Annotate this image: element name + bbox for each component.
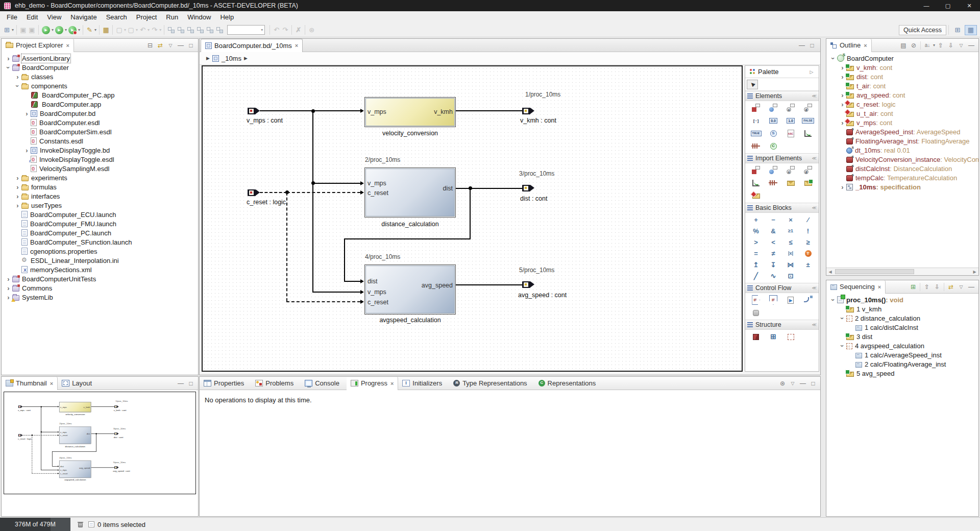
palette-section-import-elements[interactable]: Import Elements ≪	[745, 153, 819, 163]
thumbnail-canvas[interactable]: v_mps : cont c_reset : logic 1/proc_10ms…	[4, 392, 196, 494]
back-icon[interactable]: ↶	[138, 26, 147, 35]
open-perspective-icon[interactable]: ⊞	[951, 25, 964, 35]
new-dropdown-icon[interactable]: ▾	[12, 28, 14, 32]
palette-tool-icon[interactable]: =	[751, 249, 761, 258]
palette-tool-icon[interactable]: #	[803, 166, 813, 175]
palette-tool-icon[interactable]: ●	[768, 166, 778, 175]
palette-section-basic-blocks[interactable]: Basic Blocks ≪	[745, 203, 819, 213]
sequencing-row[interactable]: 1 v_kmh	[826, 304, 978, 313]
minimize-icon[interactable]: —	[967, 282, 976, 292]
collapse-section-icon[interactable]: ≪	[812, 93, 817, 99]
maximize-window-button[interactable]: ▢	[937, 0, 959, 11]
sequencing-row[interactable]: 2 calc/FloatingAverage_inst	[826, 359, 978, 369]
close-icon[interactable]: ×	[66, 42, 69, 49]
bottom-tab[interactable]: Progress ×	[347, 377, 398, 390]
collapse-section-icon[interactable]: ≪	[812, 205, 817, 210]
palette-tool-icon[interactable]: S	[768, 129, 778, 138]
minimize-icon[interactable]: —	[176, 378, 185, 389]
tree-row[interactable]: BoardComputer_PC.app	[2, 90, 198, 100]
tree-row[interactable]: cgenoptions.properties	[2, 247, 198, 256]
expander-icon[interactable]	[839, 315, 846, 322]
palette-tool-icon[interactable]: #	[803, 104, 813, 112]
collapse-all-icon[interactable]: ⊟	[145, 40, 155, 51]
view-menu-icon[interactable]: ▽	[788, 378, 797, 389]
align-left-icon[interactable]	[177, 26, 185, 34]
expander-icon[interactable]	[829, 55, 837, 62]
back-dropdown-icon[interactable]: ▾	[148, 28, 150, 32]
sort-alpha-icon[interactable]: a↓	[923, 40, 932, 51]
palette-tool-icon[interactable]: ≥	[803, 238, 813, 247]
outline-row[interactable]: dt_10ms : real 0.01	[826, 146, 978, 155]
tree-row[interactable]: interfaces	[2, 191, 198, 201]
menu-item[interactable]: Search	[102, 11, 132, 23]
tree-row[interactable]: classes	[2, 72, 198, 81]
move-down-icon[interactable]: ⇩	[933, 282, 942, 292]
block-port[interactable]: v_mps	[368, 180, 386, 187]
outline-row[interactable]: c_reset : logic	[826, 100, 978, 109]
profile-dropdown-icon[interactable]: ▾	[78, 28, 80, 32]
breadcrumb-next-icon[interactable]: ▶	[244, 56, 248, 61]
cancel-operation-icon[interactable]: ⊛	[778, 378, 787, 389]
tab-outline[interactable]: Outline ×	[826, 39, 872, 52]
menu-item[interactable]: Help	[215, 11, 238, 23]
collapse-section-icon[interactable]: ≪	[812, 285, 817, 291]
thumbnail-tab[interactable]: Thumbnail ×	[2, 377, 58, 390]
palette-tool-icon[interactable]: ABC	[786, 129, 796, 138]
outline-row[interactable]: t_air : cont	[826, 81, 978, 90]
sequencing-row[interactable]: 1 calc/distCalcInst	[826, 323, 978, 332]
tree-row[interactable]: Constants.esdl	[2, 136, 198, 146]
bottom-tab[interactable]: Type Representations	[449, 377, 534, 390]
tree-row[interactable]: memorySections.xml	[2, 265, 198, 274]
scroll-right-icon[interactable]: ▶	[971, 268, 978, 275]
skip-dropdown-icon[interactable]: ▾	[124, 28, 126, 32]
palette-tool-icon[interactable]: ≥1	[786, 227, 796, 235]
delete-icon[interactable]: ✗	[294, 26, 303, 35]
tree-row[interactable]: InvokeDisplayToggle.esdl	[2, 155, 198, 164]
expander-icon[interactable]	[5, 275, 12, 283]
block-port[interactable]: dist	[60, 465, 64, 468]
menu-item[interactable]: File	[2, 11, 22, 23]
output-port-avg-speed[interactable]	[522, 281, 534, 288]
tree-row[interactable]: BoardComputer_ECU.launch	[2, 210, 198, 219]
menu-item[interactable]: Run	[161, 11, 183, 23]
palette-tool-icon[interactable]: ∕	[803, 215, 813, 224]
palette-tool-icon[interactable]: ×	[786, 215, 796, 224]
input-port-v-mps[interactable]	[248, 108, 260, 114]
minimize-window-button[interactable]: —	[916, 0, 937, 11]
menu-item[interactable]: Project	[132, 11, 161, 23]
tree-row[interactable]: BoardComputer_PC.launch	[2, 228, 198, 237]
palette-tool-icon[interactable]: [··]	[751, 116, 761, 125]
palette-tool-icon[interactable]	[803, 296, 813, 304]
palette-tool-icon[interactable]	[751, 332, 761, 341]
zoom-combo[interactable]: ▾	[227, 25, 265, 35]
tab-sequencing[interactable]: Sequencing ×	[826, 280, 886, 294]
sequencing-row[interactable]: 4 avgspeed_calculation	[826, 341, 978, 350]
palette-tool-icon[interactable]	[751, 142, 761, 151]
palette-tool-icon[interactable]: ⋈	[786, 260, 796, 269]
editor-tab[interactable]: BoardComputer.bd/_10ms ×	[201, 39, 303, 52]
palette-tool-icon[interactable]	[803, 179, 813, 187]
tree-row[interactable]: formulas	[2, 182, 198, 191]
block-port[interactable]: v_mps	[60, 406, 67, 408]
quick-access-button[interactable]: Quick Access	[899, 25, 946, 35]
palette-tool-icon[interactable]: =	[786, 104, 796, 112]
run-dropdown-icon[interactable]: ▾	[65, 28, 67, 32]
distribute-icon[interactable]	[196, 26, 205, 34]
palette-tool-icon[interactable]: ▶	[786, 296, 796, 304]
palette-tool-icon[interactable]: IF	[751, 296, 761, 304]
expander-icon[interactable]	[839, 342, 846, 350]
palette-tool-icon[interactable]: TRUE	[751, 129, 761, 138]
outline-row[interactable]: VelocityConversion_instance : VelocityCo…	[826, 155, 978, 164]
link-disabled-icon[interactable]: ⊘	[909, 40, 918, 51]
profile-icon[interactable]: ▶	[68, 26, 77, 34]
palette-tool-icon[interactable]: &	[768, 227, 778, 235]
sequence-icon[interactable]: ⊛	[307, 26, 316, 35]
close-icon[interactable]: ×	[878, 284, 881, 290]
view-menu-icon[interactable]: ▽	[957, 282, 966, 292]
palette-tool-icon[interactable]: −	[768, 215, 778, 224]
outline-row[interactable]: dist : cont	[826, 72, 978, 81]
palette-tool-icon[interactable]: ■	[751, 104, 761, 112]
menu-item[interactable]: Navigate	[66, 11, 101, 23]
close-icon[interactable]: ×	[864, 42, 867, 49]
minimize-icon[interactable]: —	[798, 378, 807, 389]
